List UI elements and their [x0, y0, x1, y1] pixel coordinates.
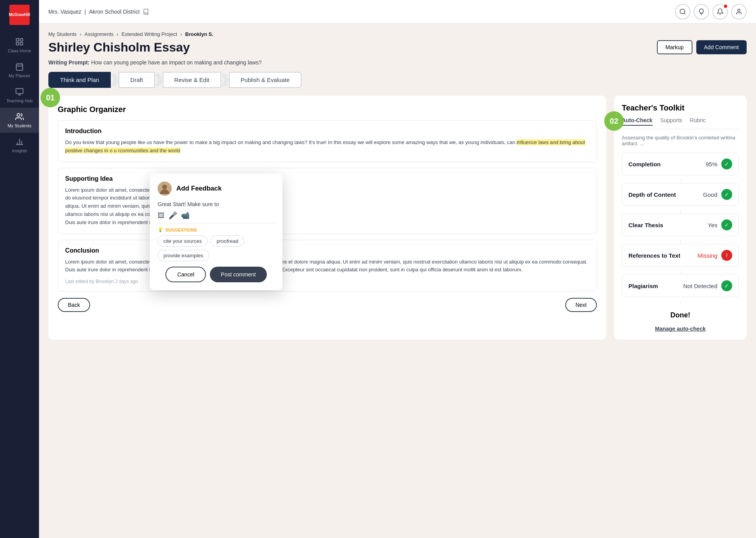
check-icon-references: ! — [721, 250, 732, 261]
toolkit-tab-supports[interactable]: Supports — [660, 117, 682, 126]
check-icon-plagiarism: ✓ — [721, 280, 732, 291]
breadcrumb: My Students › Assignments › Extended Wri… — [48, 31, 747, 37]
chip-proofread[interactable]: proofread — [211, 235, 244, 247]
writing-prompt-text: How can young people have an impact on m… — [91, 59, 261, 66]
breadcrumb-assignments[interactable]: Assignments — [85, 31, 114, 37]
tab-publish-evaluate[interactable]: Publish & Evaluate — [229, 72, 302, 88]
main-two-col: Graphic Organizer 01 Introduction Do you… — [48, 96, 747, 340]
tab-draft[interactable]: Draft — [119, 72, 155, 88]
search-icon — [679, 8, 686, 15]
svg-point-16 — [680, 9, 685, 14]
back-button[interactable]: Back — [58, 298, 90, 312]
add-comment-button[interactable]: Add Comment — [696, 40, 747, 54]
check-thesis-right: Yes ✓ — [708, 219, 732, 230]
book-icon — [143, 9, 149, 15]
notifications-button[interactable] — [712, 4, 728, 20]
toolkit-title: Teacher's Toolkit — [622, 103, 739, 112]
breadcrumb-project[interactable]: Extended Writing Project — [121, 31, 177, 37]
sidebar-item-class-home[interactable]: Class Home — [0, 33, 39, 58]
svg-marker-21 — [221, 74, 229, 86]
check-depth-right: Good ✓ — [703, 189, 732, 200]
feedback-popup: Add Feedback Great Start! Make sure to 🖼… — [150, 174, 282, 290]
tab-arrow-1 — [111, 74, 119, 86]
monitor-icon — [15, 87, 24, 96]
writing-prompt: Writing Prompt: How can young people hav… — [48, 59, 747, 66]
top-header: Mrs. Vasquez | Akron School District — [39, 0, 756, 23]
tab-revise-edit[interactable]: Revise & Edit — [163, 72, 221, 88]
supporting-idea-title: Supporting Idea — [65, 175, 589, 182]
profile-button[interactable] — [731, 4, 747, 20]
svg-rect-3 — [20, 43, 23, 45]
supporting-idea-text: Lorem ipsum dolor sit amet, consectetur … — [65, 186, 589, 227]
breadcrumb-arrow-3: › — [180, 31, 182, 37]
post-comment-button[interactable]: Post comment — [210, 267, 266, 282]
tab-think-and-plan[interactable]: Think and Plan — [48, 72, 111, 88]
graphic-organizer: Graphic Organizer 01 Introduction Do you… — [48, 96, 606, 340]
check-plagiarism: Plagiarism Not Detected ✓ — [622, 274, 739, 297]
conclusion-title: Conclusion — [65, 247, 589, 254]
markup-button[interactable]: Markup — [657, 40, 692, 54]
divider-4 — [680, 271, 681, 274]
tab-arrow-2 — [155, 74, 163, 86]
sidebar-item-insights[interactable]: Insights — [0, 133, 39, 158]
check-references: References to Text Missing ! — [622, 244, 739, 267]
svg-rect-8 — [16, 89, 23, 94]
mcgraw-hill-logo: Mc Graw Hill — [9, 5, 30, 25]
toolkit-tab-rubric[interactable]: Rubric — [690, 117, 706, 126]
image-button[interactable]: 🖼 — [158, 211, 165, 220]
manage-auto-check-link[interactable]: Manage auto-check — [622, 326, 739, 332]
popup-actions: Cancel Post comment — [158, 267, 275, 282]
svg-marker-20 — [155, 74, 163, 86]
check-completion: Completion 95% ✓ — [622, 153, 739, 175]
sidebar-item-my-planner[interactable]: My Planner — [0, 58, 39, 83]
users-icon — [15, 112, 24, 121]
sidebar-item-teaching-hub[interactable]: Teaching Hub — [0, 83, 39, 108]
mic-button[interactable]: 🎤 — [169, 211, 177, 220]
check-icon-thesis: ✓ — [721, 219, 732, 230]
introduction-title: Introduction — [65, 128, 589, 135]
avatar-image — [158, 182, 172, 196]
conclusion-text: Lorem ipsum dolor sit amet, consectetur … — [65, 258, 589, 274]
bar-chart-icon — [15, 137, 24, 146]
header-icon-group — [675, 4, 747, 20]
header-teacher-info: Mrs. Vasquez | Akron School District — [48, 9, 149, 15]
search-button[interactable] — [675, 4, 690, 20]
svg-point-18 — [738, 9, 740, 11]
district-name: Akron School District — [89, 9, 140, 15]
svg-rect-2 — [16, 43, 19, 45]
last-edited-text: Last edited by Brooklyn 2 days ago — [65, 279, 589, 284]
divider: | — [85, 9, 86, 15]
sidebar-item-my-students[interactable]: My Students — [0, 108, 39, 133]
popup-input-row: 🖼 🎤 📹 — [158, 211, 275, 223]
svg-rect-4 — [16, 64, 23, 71]
user-icon — [735, 8, 742, 15]
grid-icon — [15, 37, 24, 46]
suggestions-label: 💡 SUGGESTIONS — [158, 227, 275, 232]
check-icon-depth: ✓ — [721, 189, 732, 200]
video-button[interactable]: 📹 — [181, 211, 190, 220]
cancel-button[interactable]: Cancel — [165, 267, 206, 282]
page-content: My Students › Assignments › Extended Wri… — [39, 23, 756, 538]
next-button[interactable]: Next — [565, 298, 597, 312]
supporting-idea-section: Supporting Idea Lorem ipsum dolor sit am… — [58, 168, 597, 234]
svg-rect-0 — [16, 39, 19, 41]
introduction-section: Introduction Do you know that young peop… — [58, 120, 597, 162]
done-text: Done! — [622, 311, 739, 319]
lightbulb-icon — [698, 8, 705, 15]
check-completion-right: 95% ✓ — [706, 159, 732, 169]
notification-badge — [723, 4, 728, 9]
chip-provide-examples[interactable]: provide examples — [158, 250, 209, 261]
chip-cite-sources[interactable]: cite your sources — [158, 235, 208, 247]
divider-5 — [680, 301, 681, 305]
lightbulb-button[interactable] — [694, 4, 709, 20]
check-plagiarism-right: Not Detected ✓ — [683, 280, 732, 291]
toolkit-tab-auto-check[interactable]: Auto-Check — [622, 117, 653, 126]
breadcrumb-my-students[interactable]: My Students — [48, 31, 76, 37]
popup-subtitle: Great Start! Make sure to — [158, 201, 275, 207]
toolkit-tab-bar: Auto-Check Supports Rubric — [622, 117, 739, 129]
writing-prompt-label: Writing Prompt: — [48, 59, 90, 66]
svg-point-11 — [17, 114, 20, 116]
main-content: Mrs. Vasquez | Akron School District — [39, 0, 756, 538]
tab-arrow-3 — [221, 74, 229, 86]
svg-rect-1 — [20, 39, 23, 41]
